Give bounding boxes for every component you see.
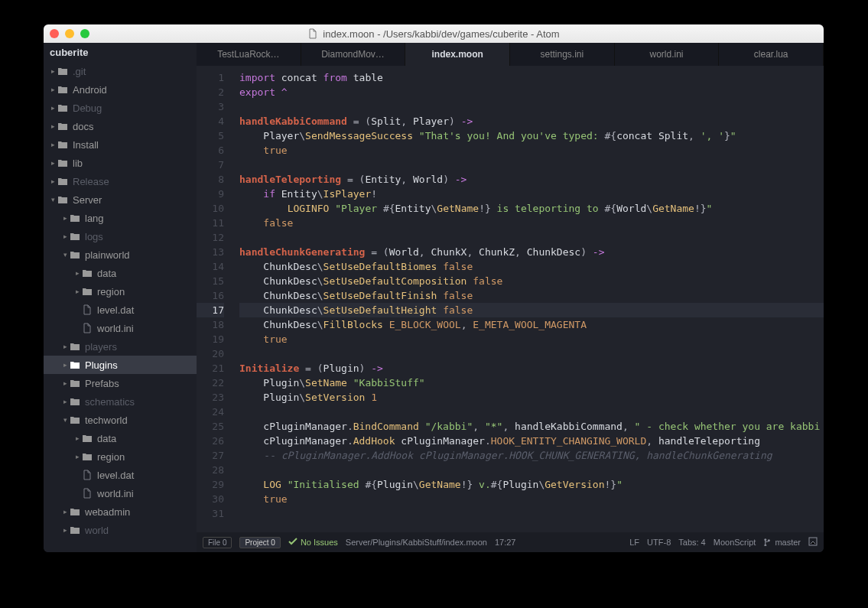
tree-folder[interactable]: ▸data [44,264,197,282]
tree-folder[interactable]: ▸region [44,282,197,301]
tree-folder[interactable]: ▸.git [44,62,197,80]
tree-folder[interactable]: ▸Release [44,172,197,190]
tree-folder[interactable]: ▸data [44,429,197,447]
line-number[interactable]: 20 [197,346,224,361]
code-line[interactable]: handleKabbiCommand = (Split, Player) -> [239,114,824,128]
tree-folder[interactable]: ▾plainworld [44,245,197,264]
tree-folder[interactable]: ▸Android [44,80,197,99]
tree-folder[interactable]: ▸Debug [44,99,197,117]
tree-file[interactable]: world.ini [44,484,197,502]
project-sidebar[interactable]: cuberite ▸.git▸Android▸Debug▸docs▸Instal… [44,43,197,552]
editor-tab[interactable]: index.moon [405,43,510,66]
line-number[interactable]: 27 [197,448,224,463]
line-number[interactable]: 2 [197,85,224,99]
tree-file[interactable]: level.dat [44,301,197,319]
tree-folder[interactable]: ▸Plugins [44,356,197,374]
code-line[interactable]: cPluginManager.AddHook cPluginManager.HO… [239,434,824,448]
encoding[interactable]: UTF-8 [647,538,671,547]
code-line[interactable]: cPluginManager.BindCommand "/kabbi", "*"… [239,419,824,434]
line-number[interactable]: 7 [197,158,224,172]
code-line[interactable]: ChunkDesc\SetUseDefaultFinish false [239,288,824,303]
editor-tab[interactable]: settings.ini [510,43,615,66]
file-path[interactable]: Server/Plugins/KabbiStuff/index.moon [346,538,487,547]
tree-folder[interactable]: ▸Install [44,135,197,154]
tree-folder[interactable]: ▸world [44,521,197,539]
code-line[interactable]: Initialize = (Plugin) -> [239,361,824,376]
code-line[interactable] [239,158,824,172]
code-line[interactable]: ChunkDesc\FillBlocks E_BLOCK_WOOL, E_MET… [239,317,824,332]
line-number[interactable]: 8 [197,172,224,187]
line-number[interactable]: 24 [197,405,224,419]
line-number[interactable]: 23 [197,390,224,405]
grammar[interactable]: MoonScript [714,538,756,547]
code-line[interactable]: LOGINFO "Player #{Entity\GetName!} is te… [239,201,824,216]
code-line[interactable]: true [239,492,824,506]
tree-folder[interactable]: ▸logs [44,227,197,245]
line-ending[interactable]: LF [629,538,639,547]
line-number[interactable]: 13 [197,245,224,259]
tree-folder[interactable]: ▾techworld [44,411,197,429]
line-number[interactable]: 14 [197,259,224,274]
tree-folder[interactable]: ▸webadmin [44,502,197,521]
line-number[interactable]: 28 [197,463,224,477]
project-name[interactable]: cuberite [44,43,197,62]
line-number[interactable]: 15 [197,274,224,288]
editor-tab[interactable]: clear.lua [719,43,824,66]
code-line[interactable]: if Entity\IsPlayer! [239,187,824,201]
code-line[interactable]: handleChunkGenerating = (World, ChunkX, … [239,245,824,259]
code-line[interactable] [239,99,824,114]
line-number[interactable]: 11 [197,216,224,230]
file-tree[interactable]: ▸.git▸Android▸Debug▸docs▸Install▸lib▸Rel… [44,62,197,552]
line-number[interactable]: 25 [197,419,224,434]
code-line[interactable]: Plugin\SetName "KabbiStuff" [239,376,824,390]
tree-folder[interactable]: ▸players [44,337,197,356]
line-number[interactable]: 10 [197,201,224,216]
editor-tab[interactable]: world.ini [615,43,720,66]
line-number[interactable]: 26 [197,434,224,448]
line-number[interactable]: 30 [197,492,224,506]
code-line[interactable] [239,506,824,521]
line-number[interactable]: 18 [197,317,224,332]
tree-file[interactable]: world.ini [44,319,197,337]
line-number[interactable]: 6 [197,143,224,158]
line-number[interactable]: 21 [197,361,224,376]
code-line[interactable]: true [239,332,824,346]
code-editor[interactable]: 1234567891011121314151617181920212223242… [197,66,824,532]
code-line[interactable]: import concat from table [239,70,824,85]
editor-tab[interactable]: DiamondMov… [301,43,406,66]
code-line[interactable]: false [239,216,824,230]
git-branch[interactable]: master [775,538,801,547]
tree-folder[interactable]: ▸lang [44,209,197,227]
line-number[interactable]: 3 [197,99,224,114]
line-number[interactable]: 17 [197,303,224,317]
line-number[interactable]: 22 [197,376,224,390]
project-issues-box[interactable]: Project 0 [239,537,280,548]
line-number[interactable]: 12 [197,230,224,245]
code-area[interactable]: import concat from tableexport ^handleKa… [230,66,824,532]
code-line[interactable]: ChunkDesc\SetUseDefaultBiomes false [239,259,824,274]
code-line[interactable]: -- cPluginManager.AddHook cPluginManager… [239,448,824,463]
zoom-window-button[interactable] [80,29,89,38]
file-issues-box[interactable]: File 0 [203,537,232,548]
code-line[interactable] [239,346,824,361]
code-line[interactable] [239,463,824,477]
minimize-window-button[interactable] [65,29,74,38]
issues-label[interactable]: No Issues [301,538,338,547]
code-line[interactable]: ChunkDesc\SetUseDefaultHeight false [239,303,824,317]
line-number[interactable]: 19 [197,332,224,346]
git-status-icon[interactable] [808,537,818,548]
code-line[interactable]: Player\SendMessageSuccess "That's you! A… [239,128,824,143]
line-number[interactable]: 1 [197,70,224,85]
cursor-position[interactable]: 17:27 [495,538,516,547]
line-number[interactable]: 16 [197,288,224,303]
line-gutter[interactable]: 1234567891011121314151617181920212223242… [197,66,230,532]
line-number[interactable]: 5 [197,128,224,143]
close-window-button[interactable] [50,29,59,38]
line-number[interactable]: 31 [197,506,224,521]
tree-file[interactable]: level.dat [44,466,197,484]
indent-setting[interactable]: Tabs: 4 [678,538,705,547]
tree-folder[interactable]: ▸schematics [44,392,197,411]
tree-folder[interactable]: ▸region [44,447,197,466]
line-number[interactable]: 4 [197,114,224,128]
code-line[interactable]: Plugin\SetVersion 1 [239,390,824,405]
